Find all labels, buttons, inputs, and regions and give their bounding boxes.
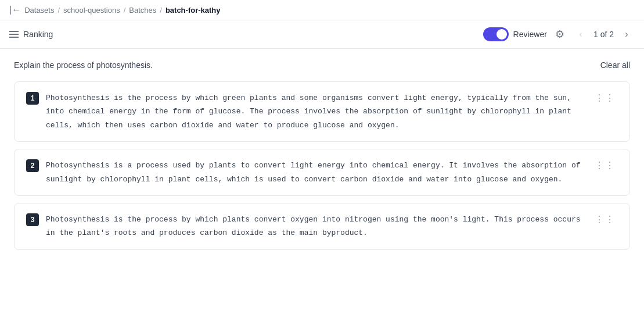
prev-page-button[interactable]: ‹ xyxy=(573,26,589,42)
response-card-inner: 3 Photosynthesis is the process by which… xyxy=(26,213,618,240)
response-card: 2 Photosynthesis is a process used by pl… xyxy=(14,149,630,196)
next-page-button[interactable]: › xyxy=(618,26,635,42)
response-text-3: Photosynthesis is the process by which p… xyxy=(46,213,585,240)
more-options-button-3[interactable]: ⋮⋮ xyxy=(592,213,618,226)
more-options-button-1[interactable]: ⋮⋮ xyxy=(592,91,618,105)
toolbar-left: Ranking xyxy=(9,30,478,39)
reviewer-label: Reviewer xyxy=(513,30,547,39)
response-text-2: Photosynthesis is a process used by plan… xyxy=(46,159,585,186)
page-info: 1 of 2 xyxy=(593,30,614,39)
question-text: Explain the process of photosynthesis. xyxy=(14,60,153,70)
menu-icon[interactable] xyxy=(9,31,19,38)
clear-all-button[interactable]: Clear all xyxy=(600,60,630,70)
rank-badge-2: 2 xyxy=(26,159,39,172)
toggle-thumb xyxy=(497,29,507,40)
of-label: of xyxy=(600,30,610,39)
more-options-button-2[interactable]: ⋮⋮ xyxy=(592,159,618,172)
breadcrumb-sep-2: / xyxy=(124,6,126,15)
breadcrumb: |← Datasets / school-questions / Batches… xyxy=(0,0,644,20)
breadcrumb-back-icon[interactable]: |← xyxy=(9,5,21,15)
total-pages: 2 xyxy=(609,30,614,39)
reviewer-toggle[interactable] xyxy=(483,27,509,41)
breadcrumb-batches[interactable]: Batches xyxy=(129,6,156,15)
breadcrumb-school-questions[interactable]: school-questions xyxy=(63,6,120,15)
response-card: 1 Photosynthesis is the process by which… xyxy=(14,81,630,142)
responses-container: 1 Photosynthesis is the process by which… xyxy=(14,81,630,250)
response-card-inner: 1 Photosynthesis is the process by which… xyxy=(26,91,618,132)
reviewer-toggle-container: Reviewer xyxy=(483,27,547,41)
response-card-inner: 2 Photosynthesis is a process used by pl… xyxy=(26,159,618,186)
breadcrumb-sep-3: / xyxy=(160,6,162,15)
main-content: Explain the process of photosynthesis. C… xyxy=(0,49,644,269)
breadcrumb-sep-1: / xyxy=(57,6,60,15)
toolbar: Ranking Reviewer ⚙ ‹ 1 of 2 › xyxy=(0,20,644,49)
response-text-1: Photosynthesis is the process by which g… xyxy=(46,91,585,132)
toolbar-right: Reviewer ⚙ ‹ 1 of 2 › xyxy=(483,26,635,42)
current-page: 1 xyxy=(593,30,598,39)
response-card: 3 Photosynthesis is the process by which… xyxy=(14,203,630,250)
pagination: ‹ 1 of 2 › xyxy=(573,26,635,42)
settings-icon[interactable]: ⚙ xyxy=(554,27,566,42)
rank-badge-1: 1 xyxy=(26,92,39,105)
breadcrumb-current: batch-for-kathy xyxy=(166,6,221,15)
ranking-label: Ranking xyxy=(23,30,53,39)
rank-badge-3: 3 xyxy=(26,213,39,226)
question-row: Explain the process of photosynthesis. C… xyxy=(14,60,630,70)
breadcrumb-datasets[interactable]: Datasets xyxy=(24,6,54,15)
